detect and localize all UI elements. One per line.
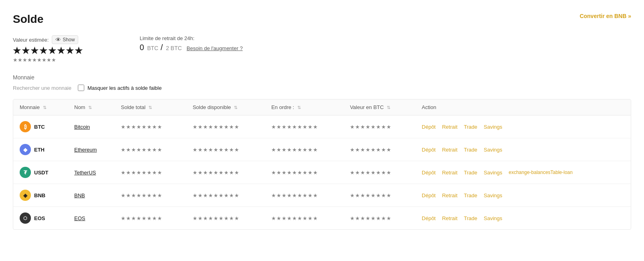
action-retrait-0[interactable]: Retrait <box>442 124 457 130</box>
action-dépôt-4[interactable]: Dépôt <box>422 215 436 221</box>
col-nom: Nom ⇅ <box>68 99 114 115</box>
action-retrait-4[interactable]: Retrait <box>442 215 457 221</box>
action-trade-4[interactable]: Trade <box>464 215 477 221</box>
action-savings-0[interactable]: Savings <box>484 124 502 130</box>
stars-valeur-btc-0: ★★★★★★★★ <box>350 124 392 130</box>
action-savings-2[interactable]: Savings <box>484 170 502 176</box>
cell-valeur-btc-1: ★★★★★★★★ <box>343 138 415 161</box>
limite-max: 2 BTC <box>166 45 182 51</box>
limite-separator: / <box>160 43 165 52</box>
action-dépôt-3[interactable]: Dépôt <box>422 192 436 198</box>
table-row: ◆ ETH Ethereum ★★★★★★★★ ★★★★★★★★★ ★★★★★★… <box>13 138 631 161</box>
valeur-label-row: Valeur estimée: 👁 Show <box>13 35 83 44</box>
ticker-2: USDT <box>34 170 48 176</box>
cell-solde-dispo-2: ★★★★★★★★★ <box>186 161 265 184</box>
action-trade-3[interactable]: Trade <box>464 192 477 198</box>
currency-icon-btc: ₿ <box>20 121 31 132</box>
cell-actions-0: DépôtRetraitTradeSavings <box>415 115 631 138</box>
currency-name-link-1[interactable]: Ethereum <box>74 147 97 153</box>
cell-actions-2: DépôtRetraitTradeSavings exchange-balanc… <box>415 161 631 184</box>
valeur-stars-large: ★★★★★★★★ <box>13 46 83 56</box>
stars-solde-dispo-3: ★★★★★★★★★ <box>193 192 240 198</box>
action-trade-1[interactable]: Trade <box>464 147 477 153</box>
cell-name-3: BNB <box>68 184 114 207</box>
stars-valeur-btc-2: ★★★★★★★★ <box>350 170 392 176</box>
action-trade-2[interactable]: Trade <box>464 170 477 176</box>
hide-small-balance-checkbox[interactable] <box>78 85 84 91</box>
ticker-3: BNB <box>34 192 45 198</box>
stars-en-ordre-3: ★★★★★★★★★ <box>271 192 318 198</box>
stars-en-ordre-4: ★★★★★★★★★ <box>271 215 318 221</box>
cell-ticker-4: ⬡ EOS <box>13 207 68 230</box>
cell-name-0: Bitcoin <box>68 115 114 138</box>
sort-icon-en-ordre[interactable]: ⇅ <box>297 105 301 110</box>
limite-info-row: 0 BTC / 2 BTC Besoin de l'augmenter ? <box>140 43 243 52</box>
page-container: Solde Convertir en BNB » Valeur estimée:… <box>0 0 644 243</box>
sort-icon-nom[interactable]: ⇅ <box>88 105 92 110</box>
eye-icon: 👁 <box>55 36 61 43</box>
action-savings-3[interactable]: Savings <box>484 192 502 198</box>
stars-solde-dispo-2: ★★★★★★★★★ <box>193 170 240 176</box>
cell-ticker-0: ₿ BTC <box>13 115 68 138</box>
action-dépôt-1[interactable]: Dépôt <box>422 147 436 153</box>
sort-icon-monnaie[interactable]: ⇅ <box>43 105 47 110</box>
currency-name-link-3[interactable]: BNB <box>74 192 85 198</box>
currency-icon-bnb: ◈ <box>20 190 31 201</box>
stars-en-ordre-2: ★★★★★★★★★ <box>271 170 318 176</box>
col-en-ordre: En ordre : ⇅ <box>265 99 343 115</box>
currency-name-link-4[interactable]: EOS <box>74 215 85 221</box>
action-savings-1[interactable]: Savings <box>484 147 502 153</box>
action-savings-4[interactable]: Savings <box>484 215 502 221</box>
currency-icon-eth: ◆ <box>20 144 31 155</box>
col-solde-dispo: Solde disponible ⇅ <box>186 99 265 115</box>
cell-actions-1: DépôtRetraitTradeSavings <box>415 138 631 161</box>
table-body: ₿ BTC Bitcoin ★★★★★★★★ ★★★★★★★★★ ★★★★★★★… <box>13 115 631 230</box>
cell-valeur-btc-0: ★★★★★★★★ <box>343 115 415 138</box>
header-row: Solde Convertir en BNB » <box>13 13 631 26</box>
action-retrait-1[interactable]: Retrait <box>442 147 457 153</box>
action-dépôt-0[interactable]: Dépôt <box>422 124 436 130</box>
limite-value: 0 BTC / 2 BTC <box>140 43 182 52</box>
cell-solde-total-1: ★★★★★★★★ <box>114 138 186 161</box>
search-placeholder[interactable]: Rechercher une monnaie <box>13 85 71 91</box>
cell-solde-dispo-0: ★★★★★★★★★ <box>186 115 265 138</box>
sort-icon-valeur-btc[interactable]: ⇅ <box>387 105 390 110</box>
action-retrait-2[interactable]: Retrait <box>442 170 457 176</box>
stars-en-ordre-0: ★★★★★★★★★ <box>271 124 318 130</box>
stars-solde-dispo-0: ★★★★★★★★★ <box>193 124 240 130</box>
currency-name-link-0[interactable]: Bitcoin <box>74 124 90 130</box>
convert-bnb-link[interactable]: Convertir en BNB » <box>580 13 631 19</box>
valeur-label: Valeur estimée: <box>13 37 49 43</box>
col-action: Action <box>415 99 631 115</box>
action-trade-0[interactable]: Trade <box>464 124 477 130</box>
sort-icon-solde-total[interactable]: ⇅ <box>148 105 152 110</box>
show-button[interactable]: 👁 Show <box>52 35 78 44</box>
stars-solde-dispo-1: ★★★★★★★★★ <box>193 147 240 153</box>
stars-solde-total-2: ★★★★★★★★ <box>121 170 163 176</box>
limite-increase-link[interactable]: Besoin de l'augmenter ? <box>187 45 243 51</box>
limite-section: Limite de retrait de 24h: 0 BTC / 2 BTC … <box>140 35 243 52</box>
cell-name-2: TetherUS <box>68 161 114 184</box>
valeur-section: Valeur estimée: 👁 Show ★★★★★★★★ ★★★★★★★★… <box>13 35 83 63</box>
cell-solde-total-3: ★★★★★★★★ <box>114 184 186 207</box>
stars-valeur-btc-3: ★★★★★★★★ <box>350 192 392 198</box>
search-filter-row: Rechercher une monnaie Masquer les actif… <box>13 85 631 91</box>
action-retrait-3[interactable]: Retrait <box>442 192 457 198</box>
currency-name-link-2[interactable]: TetherUS <box>74 170 96 176</box>
currency-icon-usdt: ₮ <box>20 167 31 178</box>
cell-valeur-btc-4: ★★★★★★★★ <box>343 207 415 230</box>
extra-link-2[interactable]: exchange-balancesTable-loan <box>509 170 573 175</box>
stars-solde-dispo-4: ★★★★★★★★★ <box>193 215 240 221</box>
monnaie-label: Monnaie <box>13 74 631 81</box>
cell-solde-dispo-4: ★★★★★★★★★ <box>186 207 265 230</box>
cell-solde-total-0: ★★★★★★★★ <box>114 115 186 138</box>
stars-en-ordre-1: ★★★★★★★★★ <box>271 147 318 153</box>
ticker-1: ETH <box>34 147 45 153</box>
cell-ticker-1: ◆ ETH <box>13 138 68 161</box>
action-dépôt-2[interactable]: Dépôt <box>422 170 436 176</box>
hide-small-balance-label[interactable]: Masquer les actifs à solde faible <box>78 85 162 91</box>
stars-solde-total-1: ★★★★★★★★ <box>121 147 163 153</box>
sort-icon-solde-dispo[interactable]: ⇅ <box>234 105 238 110</box>
valeur-stars-small: ★★★★★★★★★ <box>13 57 83 63</box>
cell-solde-total-2: ★★★★★★★★ <box>114 161 186 184</box>
